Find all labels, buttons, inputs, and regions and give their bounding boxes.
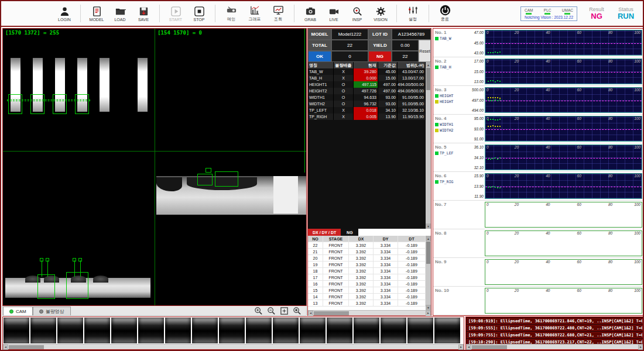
scroll-down-icon[interactable]: ▼ [426, 223, 431, 229]
film-thumbnail[interactable] [354, 318, 379, 343]
camera-view-area[interactable]: [1570 1372] = 255 [154 1570] = 0 [2, 28, 307, 306]
trend-chart[interactable]: 020406080100 [485, 144, 642, 170]
trend-number: No. 5 [435, 144, 465, 150]
toolbar-button-vision[interactable]: VISION [369, 6, 392, 22]
axis-tick-label: 20 [515, 59, 519, 64]
dx-scrollbar[interactable]: ▲ ▼ [426, 236, 431, 310]
scroll-left-icon[interactable]: ◄ [466, 345, 471, 350]
trend-number: No. 9 [435, 259, 465, 264]
scroll-right-icon[interactable]: ► [638, 345, 643, 350]
toolbar-button-조회[interactable]: 조회 [266, 5, 290, 22]
dx-row[interactable]: 16FRONT3.3923.334-0.189 [308, 281, 426, 287]
toolbar-button-설정[interactable]: 설정 [401, 5, 424, 22]
data-point [492, 80, 494, 81]
dx-row[interactable]: 19FRONT3.3923.334-0.189 [308, 261, 426, 268]
tab-defect-video[interactable]: 불량영상 [33, 307, 71, 315]
film-thumbnail[interactable] [407, 318, 433, 343]
trend-chart[interactable]: 020406080100 [485, 116, 642, 142]
legend-name: TP_RIG [440, 180, 453, 184]
toolbar-button-label: LOAD [114, 18, 125, 22]
scrollbar-thumb[interactable] [426, 68, 430, 90]
scrollbar-thumb[interactable] [314, 311, 349, 315]
tab-cam[interactable]: CAM [3, 307, 33, 315]
film-thumbnail[interactable] [57, 318, 83, 343]
measurement-scrollbar[interactable]: ▲ ▼ [426, 62, 431, 229]
legend-entry: WIDTH2 [435, 128, 465, 133]
tab-ng[interactable]: NG [341, 229, 358, 236]
scrollbar-thumb[interactable] [9, 345, 44, 349]
trend-chart[interactable]: 020406080100 [485, 230, 642, 256]
film-thumbnail[interactable] [4, 318, 29, 343]
toolbar-button-model[interactable]: MODEL [85, 6, 108, 22]
trend-chart[interactable]: 020406080100 [485, 202, 642, 228]
scrollbar-thumb[interactable] [472, 345, 507, 349]
scrollbar-thumb[interactable] [426, 242, 430, 264]
scroll-left-icon[interactable]: ◄ [3, 345, 8, 350]
zoom-in-button[interactable] [254, 307, 263, 315]
reset-button[interactable]: Reset [419, 40, 431, 62]
annotation-box [46, 258, 49, 261]
scroll-right-icon[interactable]: ► [458, 345, 464, 350]
film-thumbnail[interactable] [246, 318, 272, 343]
film-thumbnail[interactable] [327, 318, 352, 343]
toolbar-button-종료[interactable]: 종료 [433, 5, 457, 22]
film-thumbnail[interactable] [434, 318, 460, 343]
film-thumbnail[interactable] [138, 318, 164, 343]
trend-chart[interactable]: 020406080100 [485, 173, 642, 199]
dx-row[interactable]: 15FRONT3.3923.334-0.189 [308, 287, 426, 294]
measure-ref: 15.00 [378, 75, 398, 81]
dx-row[interactable]: 21FRONT3.3923.334-0.189 [308, 249, 426, 255]
toolbar-button-save[interactable]: SAVE [132, 6, 155, 22]
toolbar-button-그래프[interactable]: 그래프 [243, 5, 266, 22]
fit-screen-button[interactable] [280, 307, 289, 315]
toolbar-button-login[interactable]: LOGIN [53, 6, 76, 22]
scroll-up-icon[interactable]: ▲ [426, 236, 431, 241]
scroll-up-icon[interactable]: ▲ [426, 62, 431, 67]
legend-name: WIDTH2 [440, 128, 453, 133]
film-thumbnail[interactable] [192, 318, 218, 343]
dx-row[interactable]: 22FRONT3.3923.334-0.189 [308, 242, 426, 249]
tab-dx-dy-dt[interactable]: DX / DY / DT [308, 229, 341, 236]
dx-row[interactable]: 17FRONT3.3923.334-0.189 [308, 274, 426, 281]
trend-chart[interactable]: 020406080100 [485, 259, 642, 285]
toolbar-button-메인[interactable]: 메인 [220, 5, 243, 22]
axis-tick-label: 100 [634, 202, 640, 207]
film-thumbnail[interactable] [30, 318, 56, 343]
toolbar-button-grab[interactable]: GRAB [299, 6, 322, 22]
film-thumbnail[interactable] [84, 318, 110, 343]
thumbnail-row [3, 317, 464, 344]
dx-row[interactable]: 20FRONT3.3923.334-0.189 [308, 255, 426, 261]
legend-name: HEIGHT [440, 99, 453, 104]
dx-horizontal-scrollbar[interactable]: ◄ ► [308, 310, 431, 315]
film-thumbnail[interactable] [300, 318, 326, 343]
axis-tick-label: 40 [546, 30, 550, 35]
scroll-down-icon[interactable]: ▼ [426, 305, 431, 310]
dx-row[interactable]: 18FRONT3.3923.334-0.189 [308, 268, 426, 274]
zoom-out-button[interactable] [267, 307, 276, 315]
film-thumbnail[interactable] [273, 318, 299, 343]
toolbar-button-load[interactable]: LOAD [108, 6, 132, 22]
toolbar-button-stop[interactable]: STOP [187, 6, 211, 22]
toolbar-button-label: LIVE [329, 18, 338, 22]
trend-chart[interactable]: 020406080100 [485, 288, 642, 314]
zoom-actual-button[interactable] [293, 307, 302, 315]
dx-row[interactable]: 14FRONT3.3923.334-0.189 [308, 294, 426, 300]
trend-chart[interactable]: 020406080100 [485, 58, 642, 84]
data-point [497, 100, 498, 101]
film-thumbnail[interactable] [111, 318, 137, 343]
dx-row[interactable]: 13FRONT3.3923.334-0.189 [308, 300, 426, 307]
trend-chart[interactable]: 020406080100 [485, 87, 642, 113]
log-scrollbar[interactable]: ◄ ► [466, 344, 643, 349]
trend-label-area: No. 10 [434, 287, 466, 315]
film-thumbnail[interactable] [381, 318, 406, 343]
toolbar-button-start[interactable]: START [164, 6, 187, 22]
film-thumbnail[interactable] [219, 318, 245, 343]
film-thumbnail[interactable] [165, 318, 191, 343]
scroll-right-icon[interactable]: ► [426, 311, 431, 316]
toolbar-button-insp[interactable]: INSP [345, 6, 369, 22]
scroll-left-icon[interactable]: ◄ [308, 311, 313, 316]
trend-chart[interactable]: 020406080100 [485, 30, 642, 56]
legend-name: HEIGHT [440, 94, 453, 98]
toolbar-button-live[interactable]: LIVE [322, 6, 345, 22]
filmstrip-scrollbar[interactable]: ◄ ► [3, 344, 464, 349]
